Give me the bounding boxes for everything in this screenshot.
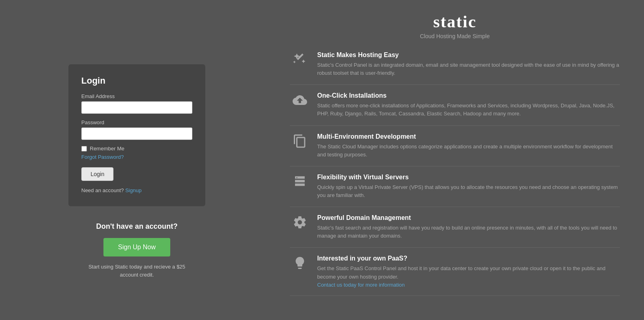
signup-credit: Start using Static today and recieve a $… (68, 263, 205, 279)
signup-section: Don't have an account? Sign Up Now Start… (68, 222, 205, 279)
feature-easy-desc: Static's Control Panel is an integrated … (317, 61, 620, 77)
feature-domain-desc: Static's fast search and registration wi… (317, 224, 620, 240)
feature-multienv-title: Multi-Environment Development (317, 133, 620, 140)
login-button[interactable]: Login (81, 167, 114, 181)
signup-link[interactable]: Signup (125, 187, 141, 193)
paas-contact-link[interactable]: Contact us today for more information (317, 282, 405, 288)
feature-paas-content: Interested in your own PaaS? Get the Sta… (317, 255, 620, 288)
feature-paas-title: Interested in your own PaaS? (317, 255, 620, 262)
email-group: Email Address (81, 93, 192, 114)
feature-vps: Flexibility with Virtual Servers Quickly… (290, 166, 620, 207)
login-title: Login (81, 76, 192, 86)
left-panel: Login Email Address Password Remember Me… (0, 0, 274, 320)
feature-multienv: Multi-Environment Development The Static… (290, 126, 620, 166)
feature-vps-desc: Quickly spin up a Virtual Private Server… (317, 183, 620, 199)
feature-easy-content: Static Makes Hosting Easy Static's Contr… (317, 51, 620, 77)
feature-oneclick-desc: Static offers more one-click installatio… (317, 102, 620, 118)
feature-oneclick: One-Click Installations Static offers mo… (290, 85, 620, 125)
feature-domain-title: Powerful Domain Management (317, 214, 620, 222)
remember-checkbox[interactable] (81, 146, 87, 152)
login-box: Login Email Address Password Remember Me… (68, 64, 205, 206)
cloud-upload-icon (290, 93, 310, 107)
feature-paas: Interested in your own PaaS? Get the Sta… (290, 248, 620, 295)
feature-easy-title: Static Makes Hosting Easy (317, 51, 620, 59)
feature-oneclick-title: One-Click Installations (317, 92, 620, 99)
feature-multienv-content: Multi-Environment Development The Static… (317, 133, 620, 159)
bulb-icon (290, 256, 310, 270)
brand-name: static (290, 12, 620, 31)
brand-tagline: Cloud Hosting Made Simple (290, 33, 620, 39)
feature-domain: Powerful Domain Management Static's fast… (290, 207, 620, 248)
email-input[interactable] (81, 101, 192, 114)
feature-paas-desc: Get the Static PaaS Control Panel and ho… (317, 265, 620, 281)
feature-vps-title: Flexibility with Virtual Servers (317, 174, 620, 181)
remember-row: Remember Me (81, 146, 192, 152)
signup-button[interactable]: Sign Up Now (103, 238, 170, 256)
feature-vps-content: Flexibility with Virtual Servers Quickly… (317, 174, 620, 199)
remember-label: Remember Me (90, 146, 124, 152)
need-account-text: Need an account? Signup (81, 187, 192, 193)
forgot-password-link[interactable]: Forgot Password? (81, 154, 192, 160)
wand-icon (290, 52, 310, 67)
feature-list: Static Makes Hosting Easy Static's Contr… (290, 51, 620, 296)
email-label: Email Address (81, 93, 192, 99)
brand-header: static Cloud Hosting Made Simple (290, 12, 620, 39)
signup-heading: Don't have an account? (68, 222, 205, 231)
server-icon (290, 174, 310, 189)
password-group: Password (81, 119, 192, 140)
right-panel: static Cloud Hosting Made Simple Static … (274, 0, 644, 320)
gear-icon (290, 215, 310, 230)
feature-easy: Static Makes Hosting Easy Static's Contr… (290, 51, 620, 85)
password-label: Password (81, 119, 192, 125)
feature-oneclick-content: One-Click Installations Static offers mo… (317, 92, 620, 118)
feature-domain-content: Powerful Domain Management Static's fast… (317, 214, 620, 240)
files-icon (290, 134, 310, 148)
feature-multienv-desc: The Static Cloud Manager includes option… (317, 143, 620, 159)
password-input[interactable] (81, 127, 192, 140)
